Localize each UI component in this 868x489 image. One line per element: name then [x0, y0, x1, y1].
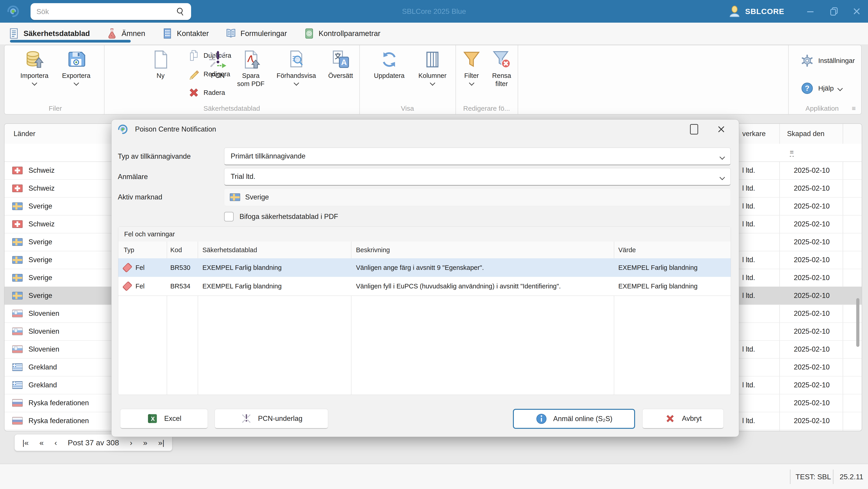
manufacturer-cell: l ltd. — [742, 162, 755, 179]
dialog-maximize-button[interactable] — [683, 119, 705, 139]
created-cell: 2025-02-10 — [794, 197, 830, 215]
country-cell: Grekland — [29, 381, 57, 389]
prev-page-button[interactable]: ‹ — [55, 438, 57, 447]
anmal-online-button[interactable]: Anmäl online (S₂S) — [513, 409, 635, 429]
error-row-selected[interactable]: Fel BR530 EXEMPEL Farlig blandning Vänli… — [118, 258, 731, 277]
fast-prev-button[interactable]: « — [39, 438, 44, 447]
created-cell: 2025-02-10 — [794, 358, 830, 376]
tab-kontrollparametrar[interactable]: Kontrollparametrar — [295, 23, 389, 45]
column-header-skapad-den[interactable]: Skapad den — [787, 124, 824, 144]
column-header-lander[interactable]: Länder — [13, 124, 35, 144]
dialog-launcher-icon[interactable]: ≡ — [848, 105, 859, 112]
chevron-down-icon[interactable] — [837, 86, 843, 91]
chevron-down-icon[interactable] — [430, 80, 435, 86]
created-cell: 2025-02-10 — [794, 287, 830, 305]
pcn-button[interactable]: PCN — [198, 50, 237, 80]
country-cell: Schweiz — [29, 166, 55, 175]
fast-next-button[interactable]: » — [143, 438, 148, 447]
building-icon — [161, 28, 173, 39]
account-badge[interactable]: SBLCORE — [728, 0, 784, 23]
chevron-down-icon[interactable] — [293, 80, 299, 86]
minimize-button[interactable] — [800, 0, 820, 23]
pcn-underlag-icon — [240, 413, 252, 425]
oversatt-button[interactable]: A Översätt — [321, 50, 360, 80]
refresh-icon — [379, 50, 399, 69]
pcn-icon — [208, 50, 227, 69]
market-field[interactable]: Sverige — [224, 189, 731, 206]
target-icon — [303, 28, 315, 39]
created-cell: 2025-02-10 — [794, 305, 830, 322]
pcn-underlag-button[interactable]: PCN-underlag — [215, 409, 328, 429]
col-sds[interactable]: Säkerhetsdatablad — [203, 241, 338, 258]
ny-button[interactable]: Ny — [141, 50, 180, 80]
spara-som-pdf-button[interactable]: Spara som PDF — [231, 50, 270, 88]
hjalp-button[interactable]: ? Hjälp — [801, 81, 862, 95]
country-flag-icon — [12, 363, 23, 371]
pcn-underlag-label: PCN-underlag — [258, 414, 302, 423]
error-sds-cell: EXEMPEL Farlig blandning — [203, 258, 347, 277]
excel-button[interactable]: X Excel — [120, 409, 208, 429]
tab-formuleringar[interactable]: Formuleringar — [217, 23, 295, 45]
installningar-button[interactable]: Inställningar — [801, 53, 862, 68]
group-separator — [104, 45, 104, 114]
col-kod[interactable]: Kod — [170, 241, 195, 258]
avbryt-button[interactable]: Avbryt — [642, 409, 724, 429]
country-flag-icon — [12, 167, 23, 174]
search-input[interactable]: Sök — [31, 3, 191, 20]
chevron-down-icon[interactable] — [32, 80, 37, 86]
translate-icon: A — [331, 50, 350, 69]
gear-icon — [801, 54, 814, 67]
kolumner-button[interactable]: Kolumner — [413, 50, 452, 86]
avbryt-label: Avbryt — [682, 414, 702, 423]
country-cell: Slovenien — [29, 310, 59, 318]
vertical-scrollbar[interactable] — [856, 298, 859, 347]
type-select[interactable]: Primärt tillkännagivande — [224, 148, 731, 165]
country-flag-icon — [12, 184, 23, 192]
forhandsvisa-label: Förhandsvisa — [274, 71, 319, 80]
market-value: Sverige — [245, 193, 269, 201]
forhandsvisa-button[interactable]: Förhandsvisa — [274, 50, 319, 86]
chevron-down-icon[interactable] — [73, 80, 79, 86]
close-button[interactable] — [846, 0, 867, 23]
country-cell: Schweiz — [29, 220, 55, 228]
next-page-button[interactable]: › — [130, 438, 132, 447]
tab-kontakter[interactable]: Kontakter — [153, 23, 217, 45]
col-typ[interactable]: Typ — [124, 241, 162, 258]
importera-button[interactable]: Importera — [15, 50, 54, 86]
group-label-sds: Säkerhetsdatablad — [104, 105, 360, 112]
error-type-cell: Fel — [135, 283, 145, 290]
error-row[interactable]: Fel BR534 EXEMPEL Farlig blandning Vänli… — [118, 277, 731, 296]
group-separator — [518, 45, 518, 114]
notifier-select[interactable]: Trial ltd. — [224, 168, 731, 185]
tab-label: Formuleringar — [240, 29, 287, 38]
new-page-icon — [151, 50, 170, 69]
date-filter-equals[interactable]: = — [790, 148, 794, 157]
svg-text:A: A — [341, 58, 347, 66]
dialog-header[interactable]: Poison Centre Notification — [112, 119, 739, 139]
column-header-tillverkare[interactable]: verkare — [742, 124, 766, 144]
country-cell: Grekland — [29, 363, 57, 371]
rensa-filter-button[interactable]: Rensa filter — [486, 50, 518, 88]
attach-pdf-checkbox[interactable] — [224, 212, 234, 222]
country-cell: Schweiz — [29, 184, 55, 193]
country-cell: Slovenien — [29, 327, 59, 336]
dialog-close-button[interactable] — [710, 119, 732, 139]
app-window: Sök SBLCore 2025 Blue SBLCORE — [0, 0, 868, 489]
country-flag-icon — [12, 238, 23, 246]
error-type-cell: Fel — [135, 264, 145, 271]
col-varde[interactable]: Värde — [618, 241, 720, 258]
first-page-button[interactable]: |« — [22, 438, 29, 447]
chevron-down-icon[interactable] — [469, 80, 474, 86]
dialog-title: Poison Centre Notification — [135, 125, 216, 133]
exportera-button[interactable]: Exportera — [57, 50, 95, 86]
country-flag-icon — [12, 220, 23, 228]
filter-button[interactable]: Filter — [455, 50, 489, 86]
created-cell: 2025-02-10 — [794, 340, 830, 358]
search-icon[interactable] — [176, 7, 185, 16]
col-beskrivning[interactable]: Beskrivning — [356, 241, 582, 258]
uppdatera-button[interactable]: Uppdatera — [369, 50, 410, 80]
restore-button[interactable] — [824, 0, 844, 23]
pencil-icon — [188, 68, 200, 80]
last-page-button[interactable]: »| — [158, 438, 164, 447]
country-cell: Ryska federationen — [29, 399, 89, 407]
